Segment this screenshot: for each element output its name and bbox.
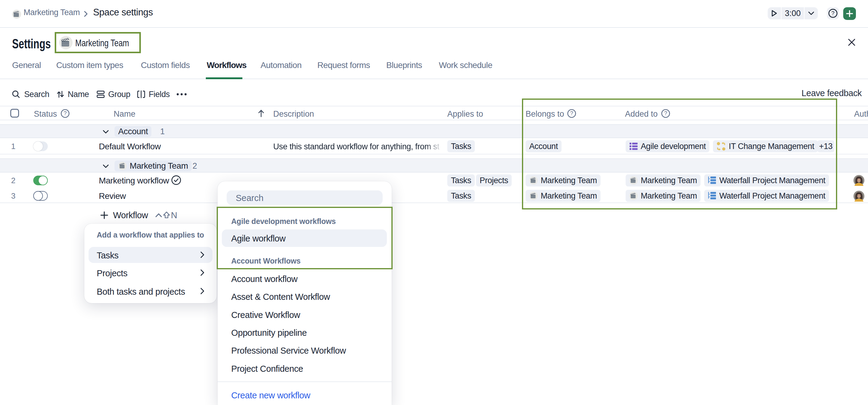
svg-text:Marketing Team: Marketing Team: [75, 37, 129, 49]
svg-text:Settings: Settings: [12, 36, 51, 51]
